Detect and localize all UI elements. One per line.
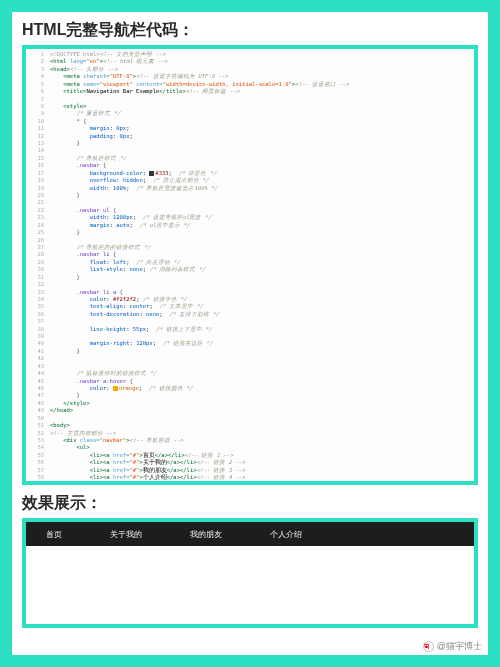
code-content[interactable]: }: [50, 348, 474, 355]
code-line[interactable]: 20 }: [26, 192, 474, 199]
code-line[interactable]: 47 }: [26, 392, 474, 399]
code-line[interactable]: 41 }: [26, 348, 474, 355]
code-content[interactable]: <body>: [50, 422, 474, 429]
code-line[interactable]: 40 margin-right: 120px; /* 链接右边距 */: [26, 340, 474, 347]
code-line[interactable]: 14: [26, 147, 474, 154]
code-line[interactable]: 12 padding: 0px;: [26, 133, 474, 140]
code-content[interactable]: /* 导航栏样式 */: [50, 155, 474, 162]
code-content[interactable]: /* 导航栏内的链接样式 */: [50, 244, 474, 251]
code-line[interactable]: 4 <meta charset="UTF-8"><!-- 设置字符编码为 UTF…: [26, 73, 474, 80]
code-line[interactable]: 11 margin: 0px;: [26, 125, 474, 132]
code-content[interactable]: * {: [50, 118, 474, 125]
demo-nav-link-2[interactable]: 我的朋友: [190, 529, 222, 540]
code-content[interactable]: color: #f2f2f2; /* 链接字色 */: [50, 296, 474, 303]
code-line[interactable]: 22 .navbar ul {: [26, 207, 474, 214]
code-line[interactable]: 57 <li><a href="#">我的朋友</a></li><!-- 链接 …: [26, 467, 474, 474]
code-content[interactable]: /* 重置样式 */: [50, 110, 474, 117]
code-line[interactable]: 58 <li><a href="#">个人介绍</a></li><!-- 链接 …: [26, 474, 474, 481]
code-line[interactable]: 32: [26, 281, 474, 288]
code-line[interactable]: 13 }: [26, 140, 474, 147]
code-content[interactable]: [50, 363, 474, 370]
demo-nav-link-0[interactable]: 首页: [46, 529, 62, 540]
code-content[interactable]: text-align: center; /* 文本居中 */: [50, 303, 474, 310]
code-line[interactable]: 33 .navbar li a {: [26, 289, 474, 296]
code-line[interactable]: 1<!DOCTYPE html><!-- 文档类型声明 -->: [26, 51, 474, 58]
code-content[interactable]: .navbar li a {: [50, 289, 474, 296]
code-content[interactable]: <div class="navbar"><!-- 导航容器 -->: [50, 437, 474, 444]
code-line[interactable]: 7: [26, 96, 474, 103]
code-line[interactable]: 48 </style>: [26, 400, 474, 407]
code-content[interactable]: <li><a href="#">我的朋友</a></li><!-- 链接 3 -…: [50, 467, 474, 474]
code-content[interactable]: [50, 333, 474, 340]
code-line[interactable]: 36 text-decoration: none; /* 去掉下划线 */: [26, 311, 474, 318]
code-line[interactable]: 8 <style>: [26, 103, 474, 110]
code-line[interactable]: 26: [26, 237, 474, 244]
code-content[interactable]: <!-- 主页内容部分 -->: [50, 430, 474, 437]
code-line[interactable]: 52<!-- 主页内容部分 -->: [26, 430, 474, 437]
code-content[interactable]: .navbar ul {: [50, 207, 474, 214]
code-content[interactable]: <meta charset="UTF-8"><!-- 设置字符编码为 UTF-8…: [50, 73, 474, 80]
code-line[interactable]: 27 /* 导航栏内的链接样式 */: [26, 244, 474, 251]
code-line[interactable]: 34 color: #f2f2f2; /* 链接字色 */: [26, 296, 474, 303]
code-content[interactable]: }: [50, 392, 474, 399]
code-line[interactable]: 5 <meta name="viewport" content="width=d…: [26, 81, 474, 88]
code-line[interactable]: 2<html lang="en"><!-- html 根元素 -->: [26, 58, 474, 65]
demo-nav-link-1[interactable]: 关于我的: [110, 529, 142, 540]
code-line[interactable]: 16 .navbar {: [26, 162, 474, 169]
code-line[interactable]: 53 <div class="navbar"><!-- 导航容器 -->: [26, 437, 474, 444]
code-content[interactable]: text-decoration: none; /* 去掉下划线 */: [50, 311, 474, 318]
code-content[interactable]: [50, 318, 474, 325]
code-content[interactable]: /* 鼠标悬停时的链接样式 */: [50, 370, 474, 377]
code-content[interactable]: margin: auto; /* ul居中显示 */: [50, 222, 474, 229]
code-line[interactable]: 21: [26, 199, 474, 206]
code-line[interactable]: 35 text-align: center; /* 文本居中 */: [26, 303, 474, 310]
code-content[interactable]: color: orange; /* 链接颜色 */: [50, 385, 474, 392]
code-content[interactable]: margin: 0px;: [50, 125, 474, 132]
code-line[interactable]: 10 * {: [26, 118, 474, 125]
code-line[interactable]: 17 background-color: #333; /* 背景色 */: [26, 170, 474, 177]
code-content[interactable]: width: 100%; /* 导航栏宽度覆盖占100% */: [50, 185, 474, 192]
code-content[interactable]: <title>Navigation Bar Example</title><!-…: [50, 88, 474, 95]
code-line[interactable]: 30 list-style: none; /* 消除列表样式 */: [26, 266, 474, 273]
code-line[interactable]: 59 </ul>: [26, 481, 474, 485]
code-content[interactable]: }: [50, 192, 474, 199]
code-content[interactable]: <li><a href="#">个人介绍</a></li><!-- 链接 4 -…: [50, 474, 474, 481]
code-content[interactable]: [50, 147, 474, 154]
code-content[interactable]: .navbar a:hover {: [50, 378, 474, 385]
code-line[interactable]: 51<body>: [26, 422, 474, 429]
code-line[interactable]: 39: [26, 333, 474, 340]
code-content[interactable]: <style>: [50, 103, 474, 110]
code-line[interactable]: 54 <ul>: [26, 444, 474, 451]
code-content[interactable]: [50, 96, 474, 103]
code-content[interactable]: <meta name="viewport" content="width=dev…: [50, 81, 474, 88]
code-line[interactable]: 24 margin: auto; /* ul居中显示 */: [26, 222, 474, 229]
code-content[interactable]: [50, 237, 474, 244]
code-editor[interactable]: 1<!DOCTYPE html><!-- 文档类型声明 -->2<html la…: [22, 45, 478, 485]
code-content[interactable]: background-color: #333; /* 背景色 */: [50, 170, 474, 177]
code-content[interactable]: <li><a href="#">关于我的</a></li><!-- 链接 2 -…: [50, 459, 474, 466]
code-line[interactable]: 37: [26, 318, 474, 325]
code-content[interactable]: </head>: [50, 407, 474, 414]
code-line[interactable]: 50: [26, 415, 474, 422]
code-content[interactable]: .navbar li {: [50, 251, 474, 258]
demo-nav-link-3[interactable]: 个人介绍: [270, 529, 302, 540]
code-line[interactable]: 23 width: 1200px; /* 设定导航栏ul宽度 */: [26, 214, 474, 221]
code-content[interactable]: float: left; /* 向左浮动 */: [50, 259, 474, 266]
code-line[interactable]: 45 .navbar a:hover {: [26, 378, 474, 385]
code-content[interactable]: }: [50, 140, 474, 147]
code-line[interactable]: 19 width: 100%; /* 导航栏宽度覆盖占100% */: [26, 185, 474, 192]
code-content[interactable]: list-style: none; /* 消除列表样式 */: [50, 266, 474, 273]
code-line[interactable]: 15 /* 导航栏样式 */: [26, 155, 474, 162]
code-line[interactable]: 43: [26, 363, 474, 370]
code-content[interactable]: <!DOCTYPE html><!-- 文档类型声明 -->: [50, 51, 474, 58]
code-content[interactable]: <ul>: [50, 444, 474, 451]
code-line[interactable]: 3<head><!-- 头部分 -->: [26, 66, 474, 73]
code-content[interactable]: <html lang="en"><!-- html 根元素 -->: [50, 58, 474, 65]
code-line[interactable]: 49</head>: [26, 407, 474, 414]
code-line[interactable]: 56 <li><a href="#">关于我的</a></li><!-- 链接 …: [26, 459, 474, 466]
code-line[interactable]: 46 color: orange; /* 链接颜色 */: [26, 385, 474, 392]
code-content[interactable]: [50, 199, 474, 206]
code-line[interactable]: 9 /* 重置样式 */: [26, 110, 474, 117]
code-line[interactable]: 31 }: [26, 274, 474, 281]
code-content[interactable]: overflow: hidden; /* 防止溢出部分 */: [50, 177, 474, 184]
